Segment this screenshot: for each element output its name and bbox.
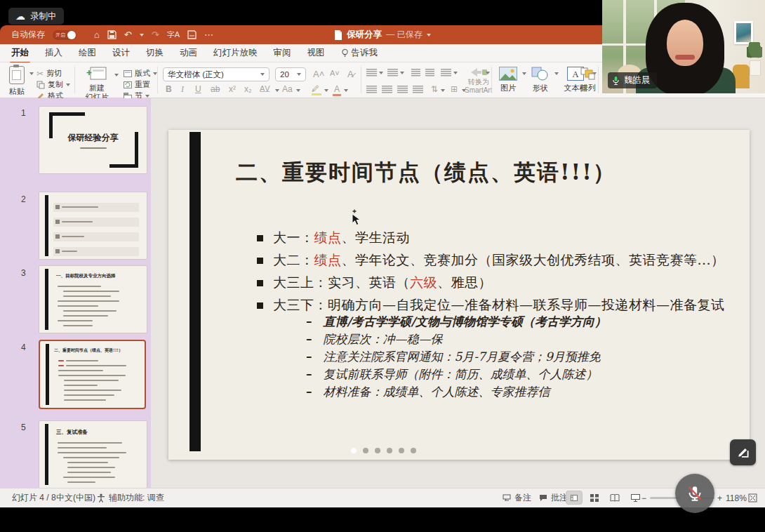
thumbnail-title: 二、重要时间节点（绩点、英语!!!） (54, 347, 123, 354)
undo-icon[interactable]: ↶ (124, 30, 132, 39)
align-left-icon[interactable] (366, 86, 377, 93)
font-color-dropdown-icon[interactable] (344, 89, 348, 92)
zoom-out-button[interactable]: − (641, 488, 646, 507)
thumbnail-slide-4-selected[interactable]: 二、重要时间节点（绩点、英语!!!） (39, 340, 146, 409)
home-icon[interactable]: ⌂ (94, 30, 100, 39)
thumbnail-slide-3[interactable]: 一、目标院校及专业方向选择 (39, 265, 147, 333)
slide-bullet: 大二：绩点、学年论文、竞赛加分（国家级大创优秀结项、英语竞赛等...） (257, 251, 725, 270)
tab-draw[interactable]: 绘图 (79, 47, 96, 59)
smartart-button[interactable]: 转换为 SmartArt (465, 67, 492, 94)
font-size-select[interactable]: 20 (275, 67, 306, 81)
new-slide-dropdown-icon[interactable] (114, 74, 119, 77)
arrange-button[interactable]: 排列 (576, 67, 601, 93)
thumbnail-slide-5[interactable]: 三、复试准备 (39, 420, 147, 488)
cut-button[interactable]: ✂ 剪切 (36, 68, 62, 79)
save-as-icon[interactable] (187, 30, 197, 39)
increase-indent-icon[interactable] (425, 69, 434, 77)
change-case-dropdown-icon[interactable] (296, 89, 300, 92)
zoom-in-button[interactable]: + (717, 488, 722, 507)
align-center-icon[interactable] (382, 86, 392, 93)
tab-animations[interactable]: 动画 (180, 47, 197, 59)
decrease-indent-icon[interactable] (411, 69, 420, 77)
text-direction-dropdown-icon[interactable] (441, 89, 445, 92)
reading-view-button[interactable] (606, 491, 623, 505)
shrink-font-icon[interactable]: A˅ (330, 69, 340, 77)
align-right-icon[interactable] (397, 86, 408, 93)
character-spacing-icon[interactable]: A̲V̲ (260, 84, 270, 93)
underline-button[interactable]: U (195, 84, 201, 94)
thumbnail-number: 4 (21, 343, 26, 352)
italic-button[interactable]: I (181, 84, 184, 95)
bullet-segment-red: 六级 (410, 274, 437, 290)
bold-button[interactable]: B (166, 84, 172, 94)
tell-me[interactable]: 告诉我 (341, 47, 378, 59)
shapes-dropdown-icon[interactable] (554, 72, 559, 75)
highlight-dropdown-icon[interactable] (324, 89, 328, 92)
save-status[interactable]: — 已保存 (386, 29, 422, 41)
font-color-icon[interactable]: A (333, 84, 341, 96)
slide-title[interactable]: 二、重要时间节点（绩点、英语!!!） (236, 158, 616, 187)
thumbnail-slide-2[interactable] (39, 192, 147, 260)
thumbnail-slide-1[interactable]: 保研经验分享 (39, 106, 147, 174)
font-name-select[interactable]: 华文楷体 (正文) (163, 67, 270, 81)
save-icon[interactable] (107, 30, 117, 39)
undo-dropdown-icon[interactable] (140, 34, 144, 36)
reset-button[interactable]: 重置 (124, 79, 150, 90)
copy-button[interactable]: 复制 (36, 79, 70, 90)
thumbnail-number: 3 (21, 268, 26, 278)
clear-formatting-icon[interactable]: A̷ (347, 69, 354, 79)
tab-insert[interactable]: 插入 (45, 47, 62, 59)
align-text-icon[interactable]: ⊞ (451, 84, 458, 94)
picture-button[interactable]: 图片 (495, 67, 521, 93)
text-direction-icon[interactable]: ⇅ (431, 84, 438, 94)
notes-button[interactable]: 备注 (503, 488, 531, 507)
new-slide-button[interactable]: 新建 幻灯片 (80, 66, 114, 101)
annotate-button[interactable] (730, 439, 756, 465)
bullet-list-dropdown-icon[interactable] (379, 72, 383, 74)
smartart-dropdown-icon[interactable] (486, 72, 490, 74)
numbered-list-dropdown-icon[interactable] (400, 72, 404, 74)
tab-home[interactable]: 开始 (11, 47, 29, 59)
paste-label: 粘贴 (9, 86, 25, 97)
shapes-button[interactable]: 形状 (528, 67, 553, 93)
recording-indicator[interactable]: ☁ 录制中 (8, 8, 64, 25)
mute-microphone-button[interactable] (675, 474, 714, 513)
tab-transitions[interactable]: 切换 (146, 47, 164, 59)
thumbnail-text-line (63, 315, 108, 317)
paste-dropdown-icon[interactable] (29, 72, 34, 75)
title-dropdown-icon[interactable] (427, 34, 431, 36)
normal-view-button[interactable] (566, 491, 583, 505)
more-commands-icon[interactable]: ⋯ (204, 30, 213, 39)
tab-slideshow[interactable]: 幻灯片放映 (213, 47, 258, 59)
tab-review[interactable]: 审阅 (274, 47, 291, 59)
subscript-icon[interactable]: x₂ (244, 84, 252, 94)
change-case-icon[interactable]: Aa (282, 84, 293, 94)
tab-design[interactable]: 设计 (112, 47, 130, 59)
justify-icon[interactable] (413, 86, 423, 93)
zoom-level[interactable]: 118% (726, 488, 747, 507)
picture-dropdown-icon[interactable] (522, 72, 526, 75)
arrange-label: 排列 (576, 83, 601, 93)
character-spacing-dropdown-icon[interactable] (275, 89, 279, 92)
grow-font-icon[interactable]: A˄ (313, 69, 324, 79)
autosave-toggle[interactable]: 开启 (53, 30, 76, 40)
comments-button[interactable]: 批注 (539, 488, 568, 507)
numbered-list-icon[interactable] (387, 69, 398, 77)
strikethrough-icon[interactable]: ab (211, 84, 220, 94)
slide-sorter-view-button[interactable] (586, 491, 603, 505)
accessibility-status[interactable]: 辅助功能: 调查 (97, 488, 164, 507)
sub-bullet-text: 直博/考古学学硕/文物与博物馆学专硕（考古学方向） (324, 314, 606, 330)
highlight-color-icon[interactable]: 🖉 (312, 84, 321, 95)
superscript-icon[interactable]: x² (229, 84, 236, 94)
webcam-video[interactable]: 魏皓晨 (602, 0, 765, 93)
tab-view[interactable]: 视图 (307, 47, 325, 59)
line-spacing-icon[interactable] (441, 69, 451, 77)
slide-canvas[interactable]: 二、重要时间节点（绩点、英语!!!） 大一：绩点、学生活动 大二：绩点、学年论文… (168, 130, 750, 460)
paste-button[interactable]: 粘贴 (9, 66, 25, 97)
line-spacing-dropdown-icon[interactable] (453, 72, 458, 74)
fit-to-window-button[interactable] (748, 488, 757, 507)
bullet-list-icon[interactable] (366, 69, 377, 77)
layout-button[interactable]: 版式 (124, 68, 157, 79)
language-status[interactable]: 中文(中国) (56, 488, 95, 507)
phonetic-guide-icon[interactable]: 字A (167, 31, 180, 39)
